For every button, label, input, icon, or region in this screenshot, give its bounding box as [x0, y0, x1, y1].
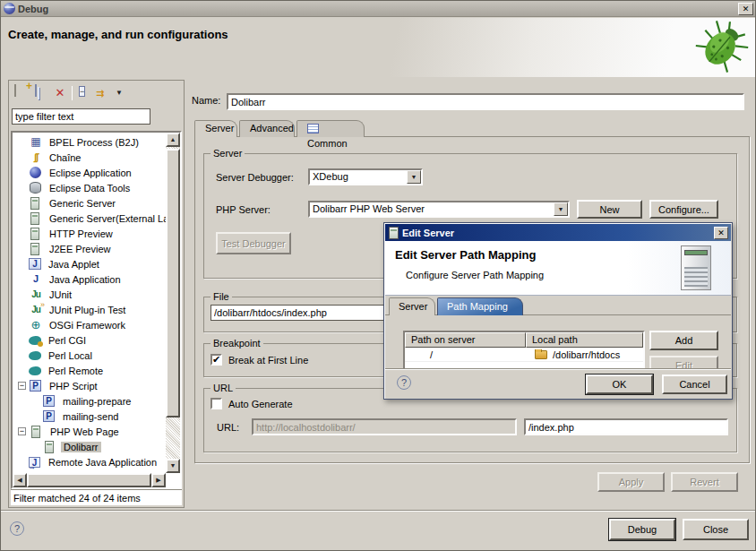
tree-item-perl-cgi[interactable]: Perl CGI [13, 332, 166, 348]
tree-item-mailing-send[interactable]: mailing-send [13, 409, 166, 424]
auto-generate-label[interactable]: Auto Generate [228, 399, 293, 409]
vertical-scroll-thumb[interactable] [166, 149, 180, 418]
tree-item-label[interactable]: Perl Local [46, 350, 95, 361]
tree-item-label[interactable]: Java Applet [46, 259, 102, 270]
debug-button[interactable]: Debug [609, 519, 675, 540]
tree-item-java-applet[interactable]: Java Applet [13, 256, 166, 271]
tree-item-j2ee-preview[interactable]: J2EE Preview [13, 241, 166, 256]
tree-item-label[interactable]: Chaîne [47, 152, 83, 163]
server-debugger-label: Server Debugger: [216, 172, 294, 183]
delete-configuration-icon[interactable]: ✕ [52, 85, 68, 101]
break-first-line-label[interactable]: Break at First Line [228, 355, 308, 366]
tree-item-label[interactable]: J2EE Preview [47, 244, 113, 254]
collapse-expander-icon[interactable]: − [18, 382, 26, 390]
add-mapping-button[interactable]: Add [649, 331, 718, 350]
window-close-button[interactable]: ✕ [738, 3, 753, 15]
tree-item-http-preview[interactable]: HTTP Preview [13, 226, 166, 241]
scroll-up-icon[interactable]: ▲ [166, 133, 180, 147]
tree-item-label[interactable]: HTTP Preview [47, 228, 116, 239]
tree-item-dolibarr[interactable]: Dolibarr [13, 439, 166, 454]
tree-item-label[interactable]: Dolibarr [61, 442, 101, 452]
column-header-local-path[interactable]: Local path [526, 332, 643, 348]
url-path-input[interactable] [524, 418, 728, 435]
scroll-left-icon[interactable]: ◀ [13, 473, 27, 487]
scroll-down-icon[interactable]: ▼ [166, 459, 180, 473]
tab-advanced[interactable]: Advanced [239, 120, 295, 137]
tree-item-label[interactable]: Eclipse Data Tools [47, 183, 133, 194]
dialog-tab-server[interactable]: Server [389, 297, 435, 315]
new-configuration-icon[interactable] [13, 85, 29, 101]
url-label: URL: [217, 422, 239, 433]
toolbar-menu-arrow-icon[interactable]: ▼ [116, 85, 132, 101]
cell-local-path[interactable]: /dolibarr/htdocs [526, 349, 643, 360]
tree-item-junit[interactable]: JUnit [13, 287, 166, 302]
ok-button[interactable]: OK [586, 375, 653, 394]
tree-item-perl-remote[interactable]: Perl Remote [13, 363, 166, 378]
column-header-path-on-server[interactable]: Path on server [405, 332, 526, 348]
tree-item-cha-ne[interactable]: Chaîne [13, 150, 166, 165]
tree-item-label[interactable]: JUnit [47, 289, 74, 300]
dialog-titlebar[interactable]: Edit Server ✕ [385, 224, 731, 241]
tree-item-generic-server-external-la[interactable]: Generic Server(External La [13, 211, 166, 226]
tree-item-java-application[interactable]: Java Application [13, 271, 166, 287]
tree-item-label[interactable]: Generic Server [47, 198, 118, 209]
tree-item-perl-local[interactable]: Perl Local [13, 348, 166, 363]
tab-server[interactable]: Server [194, 120, 237, 137]
configurations-tree: BPEL Process (B2J)ChaîneEclipse Applicat… [11, 131, 182, 489]
php-icon [43, 395, 55, 407]
tree-item-php-script[interactable]: −PHP Script [13, 378, 166, 393]
collapse-expander-icon[interactable]: − [18, 427, 26, 435]
tree-item-label[interactable]: PHP Web Page [47, 426, 122, 437]
tree-item-label[interactable]: OSGi Framework [47, 320, 128, 331]
duplicate-configuration-icon[interactable] [32, 85, 48, 101]
filter-input[interactable] [12, 108, 150, 125]
tree-item-remote-java-application[interactable]: Remote Java Application [13, 454, 166, 469]
path-mapping-row[interactable]: //dolibarr/htdocs [405, 348, 643, 362]
tree-item-label[interactable]: Perl Remote [46, 366, 106, 376]
tree-item-bpel-process-b2j-[interactable]: BPEL Process (B2J) [13, 134, 166, 150]
tree-item-label[interactable]: Remote Java Application [46, 457, 159, 468]
tree-item-label[interactable]: JUnit Plug-in Test [47, 305, 128, 315]
tree-item-junit-plug-in-test[interactable]: JUnit Plug-in Test [13, 302, 166, 317]
tree-item-label[interactable]: mailing-prepare [60, 396, 133, 407]
tree-item-php-web-page[interactable]: −PHP Web Page [13, 424, 166, 439]
dialog-help-icon[interactable]: ? [397, 375, 411, 390]
server-debugger-select[interactable]: XDebug ▼ [308, 168, 423, 185]
window-titlebar[interactable]: Debug ✕ [1, 1, 756, 17]
tree-item-mailing-prepare[interactable]: mailing-prepare [13, 393, 166, 409]
tree-vertical-scrollbar[interactable]: ▲ ▼ [166, 133, 180, 473]
tree-item-label[interactable]: Eclipse Application [47, 168, 134, 178]
tree-item-generic-server[interactable]: Generic Server [13, 195, 166, 211]
tree-item-label[interactable]: mailing-send [60, 411, 121, 422]
tree-item-eclipse-application[interactable]: Eclipse Application [13, 165, 166, 180]
tree-item-label[interactable]: PHP Script [47, 381, 100, 392]
scroll-right-icon[interactable]: ▶ [151, 473, 166, 487]
chevron-down-icon[interactable]: ▼ [554, 202, 568, 216]
dialog-close-button[interactable]: ✕ [714, 227, 728, 239]
tree-item-osgi-framework[interactable]: OSGi Framework [13, 317, 166, 332]
dialog-tab-path-mapping[interactable]: Path Mapping [437, 297, 523, 315]
auto-generate-checkbox[interactable] [210, 398, 222, 409]
collapse-all-icon[interactable]: − [76, 85, 92, 101]
tree-item-eclipse-data-tools[interactable]: Eclipse Data Tools [13, 180, 166, 195]
tab-common[interactable]: Common [296, 120, 365, 137]
name-label: Name: [192, 95, 220, 106]
name-input[interactable] [227, 93, 744, 110]
tree-horizontal-scrollbar[interactable]: ◀ ▶ [13, 473, 166, 487]
help-icon[interactable]: ? [10, 521, 24, 536]
new-server-button[interactable]: New [577, 200, 642, 219]
chevron-down-icon[interactable]: ▼ [407, 170, 421, 184]
tree-item-label[interactable]: Java Application [47, 274, 124, 285]
tree-item-label[interactable]: Generic Server(External La [47, 213, 171, 224]
close-button[interactable]: Close [683, 519, 749, 540]
cell-path-on-server[interactable]: / [405, 349, 526, 360]
cancel-button[interactable]: Cancel [662, 375, 727, 394]
tree-item-label[interactable]: BPEL Process (B2J) [47, 137, 142, 148]
filter-options-icon[interactable]: ⇉ [96, 85, 112, 101]
horizontal-scroll-thumb[interactable] [27, 473, 151, 487]
tree-item-label[interactable]: Perl CGI [46, 335, 89, 346]
configure-server-button[interactable]: Configure... [649, 200, 718, 219]
break-first-line-checkbox[interactable]: ✔ [210, 354, 222, 366]
php-server-select[interactable]: Dolibarr PHP Web Server ▼ [308, 201, 570, 218]
sidebar-toolbar: ✕ − ⇉ ▼ [9, 81, 184, 106]
